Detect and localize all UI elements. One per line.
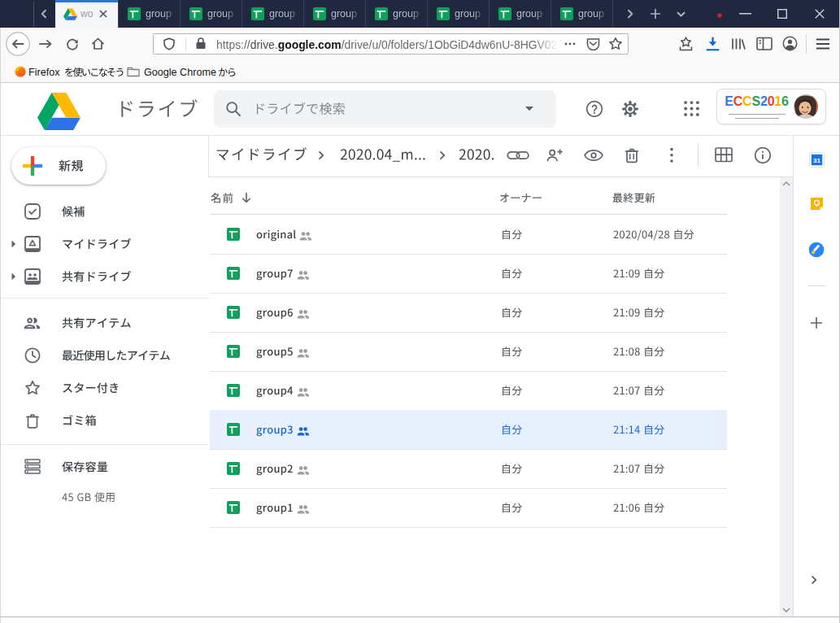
svg-text:31: 31 [813, 157, 820, 164]
